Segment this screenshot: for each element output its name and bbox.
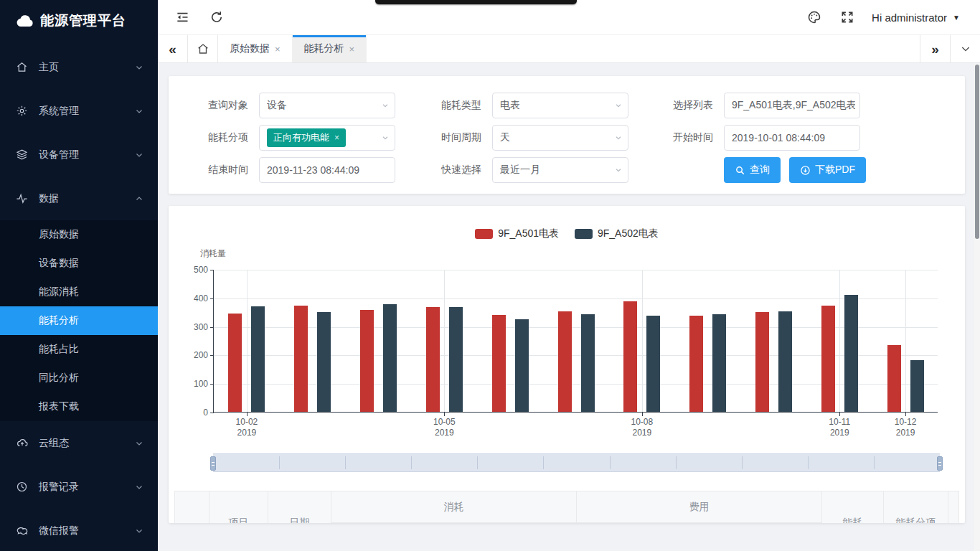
time-period-select[interactable]: 天 [492, 125, 628, 151]
sidebar-menu: 主页系统管理设备管理数据原始数据设备数据能源消耗能耗分析能耗占比同比分析报表下载… [0, 33, 158, 551]
select-list-input[interactable]: 9F_A501电表,9F_A502电表 [724, 93, 860, 118]
legend-swatch [475, 229, 493, 239]
scrollbar-thumb[interactable] [975, 65, 979, 239]
x-gridline [247, 270, 248, 412]
sidebar-subitem-energy-ratio[interactable]: 能耗占比 [0, 335, 158, 364]
bar-9F_A502电表-10-09 [712, 314, 726, 412]
sidebar-item-system-mgmt[interactable]: 系统管理 [0, 89, 158, 133]
bar-9F_A501电表-10-07 [558, 311, 572, 412]
legend-label: 9F_A502电表 [598, 227, 659, 240]
y-tick-label: 0 [179, 408, 208, 418]
field-label-query-target: 查询对象 [179, 99, 248, 112]
app-logo: 能源管理平台 [0, 0, 158, 33]
end-time-input[interactable]: 2019-11-23 08:44:09 [259, 157, 395, 183]
sidebar-item-home[interactable]: 主页 [0, 45, 158, 89]
sidebar-subitem-raw-data[interactable]: 原始数据 [0, 220, 158, 249]
datazoom-tick [411, 456, 412, 469]
x-gridline [905, 270, 906, 412]
query-target-select[interactable]: 设备 [259, 93, 395, 118]
wechat-icon [16, 524, 29, 537]
field-value: 最近一月 [500, 164, 540, 176]
x-tick-label: 10-082019 [617, 417, 667, 438]
tabs-menu-button[interactable] [950, 35, 980, 62]
chevron-down-icon [135, 527, 143, 535]
sidebar-item-cloud-scada[interactable]: 云组态 [0, 421, 158, 465]
gear-icon [16, 105, 29, 118]
sidebar-item-wechat-alarm[interactable]: 微信报警 [0, 509, 158, 551]
sidebar-submenu-data: 原始数据设备数据能源消耗能耗分析能耗占比同比分析报表下载 [0, 220, 158, 421]
data-table: 项目日期消耗费用能耗能耗分项 [174, 491, 959, 523]
datazoom-left-handle[interactable] [210, 456, 216, 471]
select-caret-icon [615, 102, 622, 109]
clock-icon [16, 481, 29, 494]
field-label-time-period: 时间周期 [413, 131, 481, 144]
x-gridline [642, 270, 643, 412]
sidebar-item-alarm-records[interactable]: 报警记录 [0, 465, 158, 509]
tab-label: 原始数据 [230, 42, 270, 55]
main-area: Hi administrator ▼ « 原始数据×能耗分析× » 查询对象设备… [158, 0, 980, 551]
sidebar-subitem-report-download[interactable]: 报表下载 [0, 392, 158, 421]
y-tick-mark [210, 327, 214, 328]
legend-item-9F_A502电表[interactable]: 9F_A502电表 [575, 227, 659, 240]
start-time-input[interactable]: 2019-10-01 08:44:09 [724, 125, 860, 151]
fullscreen-icon[interactable] [840, 10, 854, 24]
x-tick-mark [247, 413, 248, 416]
sidebar-subitem-yoy-analysis[interactable]: 同比分析 [0, 364, 158, 392]
legend-item-9F_A501电表[interactable]: 9F_A501电表 [475, 227, 559, 240]
tag-label: 正向有功电能 [273, 131, 329, 144]
field-label-energy-type: 能耗类型 [413, 99, 481, 112]
sidebar-item-device-mgmt[interactable]: 设备管理 [0, 133, 158, 176]
tag-remove-icon[interactable]: × [334, 133, 339, 143]
vertical-scrollbar[interactable] [974, 63, 980, 551]
datazoom-slider[interactable] [213, 453, 940, 472]
field-query-target: 查询对象设备 [179, 93, 413, 118]
field-energy-subitem: 能耗分项正向有功电能× [179, 125, 413, 151]
field-label-start-time: 开始时间 [644, 131, 713, 144]
x-gridline [444, 270, 445, 412]
tabs-scroll-right-button[interactable]: » [920, 35, 950, 62]
layers-icon [16, 149, 29, 161]
x-tick-mark [905, 413, 906, 416]
tab-close-icon[interactable]: × [275, 44, 281, 55]
tab-raw-data[interactable]: 原始数据× [218, 35, 293, 62]
datazoom-tick [279, 456, 280, 469]
field-label-select-list: 选择列表 [644, 99, 713, 112]
refresh-icon[interactable] [209, 10, 224, 24]
theme-palette-icon[interactable] [807, 10, 821, 24]
table-col-filler [948, 491, 959, 523]
bar-chart-plot: 010020030040050010-02201910-05201910-082… [213, 270, 938, 413]
quick-select-select[interactable]: 最近一月 [492, 157, 628, 183]
user-menu[interactable]: Hi administrator ▼ [872, 11, 960, 24]
sidebar-subitem-device-data[interactable]: 设备数据 [0, 249, 158, 278]
y-tick-label: 500 [179, 265, 208, 275]
tab-close-icon[interactable]: × [349, 44, 355, 55]
energy-subitem-select[interactable]: 正向有功电能× [259, 125, 395, 151]
bar-9F_A502电表-10-02 [251, 306, 265, 412]
sidebar-subitem-energy-consumption[interactable]: 能源消耗 [0, 278, 158, 306]
sidebar-item-data[interactable]: 数据 [0, 176, 158, 220]
datazoom-tick [874, 456, 875, 469]
tab-energy-analysis[interactable]: 能耗分析× [293, 35, 367, 62]
app-title: 能源管理平台 [40, 11, 126, 30]
bar-9F_A501电表-10-12 [887, 345, 901, 412]
screen: 能源管理平台 主页系统管理设备管理数据原始数据设备数据能源消耗能耗分析能耗占比同… [0, 0, 980, 551]
home-tab-button[interactable] [188, 35, 218, 62]
bar-9F_A502电表-10-11 [844, 295, 858, 412]
sidebar-collapse-icon[interactable] [175, 10, 189, 24]
field-start-time: 开始时间2019-10-01 08:44:09 [644, 125, 965, 151]
query-button[interactable]: 查询 [724, 157, 781, 183]
user-caret-down-icon: ▼ [953, 14, 960, 22]
x-tick-year: 2019 [880, 428, 930, 438]
sidebar-subitem-energy-analysis[interactable]: 能耗分析 [0, 306, 158, 335]
y-tick-label: 300 [179, 322, 208, 332]
sidebar-item-label: 数据 [39, 192, 135, 205]
table-col-consumption: 消耗 [331, 491, 577, 523]
chevron-down-icon [135, 439, 143, 448]
energy-type-select[interactable]: 电表 [492, 93, 628, 118]
download-pdf-button[interactable]: 下载PDF [789, 157, 866, 183]
x-tick-year: 2019 [814, 428, 864, 438]
tabs-scroll-left-button[interactable]: « [158, 35, 188, 62]
field-label-quick-select: 快速选择 [413, 164, 481, 176]
datazoom-right-handle[interactable] [937, 456, 943, 471]
bar-9F_A501电表-10-10 [755, 312, 769, 412]
